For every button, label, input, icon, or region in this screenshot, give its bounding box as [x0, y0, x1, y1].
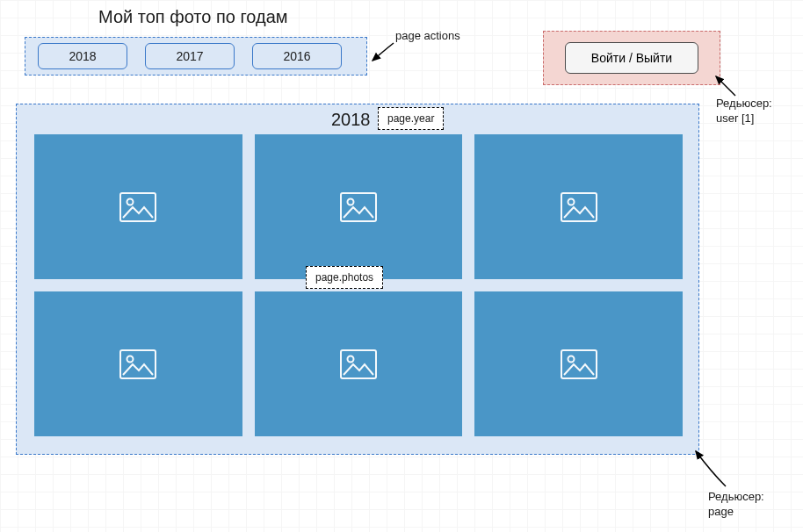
svg-rect-10 [561, 350, 597, 378]
svg-point-5 [568, 198, 574, 205]
svg-point-11 [568, 356, 574, 362]
svg-rect-0 [120, 193, 156, 221]
login-logout-button[interactable]: Войти / Выйти [565, 42, 698, 74]
svg-rect-6 [120, 350, 156, 378]
page-year-heading: 2018 [331, 110, 371, 130]
image-icon [119, 349, 156, 379]
arrow-page-actions [369, 41, 404, 68]
image-icon [561, 349, 597, 379]
image-icon [340, 192, 377, 222]
svg-point-7 [127, 356, 134, 362]
svg-point-9 [347, 356, 353, 362]
photo-placeholder [474, 291, 683, 436]
user-panel: Войти / Выйти [543, 31, 720, 85]
tag-page-year: page.year [378, 107, 444, 130]
image-icon [561, 192, 597, 222]
arrow-reducer-page [692, 448, 736, 492]
photo-placeholder [255, 134, 463, 279]
page-title: Мой топ фото по годам [98, 7, 288, 27]
image-icon [340, 349, 377, 379]
photo-placeholder [34, 291, 242, 436]
year-button-2017[interactable]: 2017 [145, 43, 235, 69]
annotation-reducer-user: Редьюсер: user [1] [716, 97, 772, 126]
svg-rect-8 [341, 350, 376, 378]
photo-placeholder [474, 134, 683, 279]
image-icon [119, 192, 156, 222]
photo-placeholder [34, 134, 242, 279]
svg-point-1 [127, 198, 134, 205]
annotation-reducer-page: Редьюсер: page [708, 490, 764, 520]
annotation-page-actions: page actions [395, 29, 460, 44]
page-actions-panel: 2018 2017 2016 [25, 37, 367, 75]
svg-rect-4 [561, 193, 597, 221]
svg-rect-2 [341, 193, 376, 221]
svg-point-3 [347, 198, 353, 205]
year-button-2016[interactable]: 2016 [252, 43, 342, 69]
year-button-2018[interactable]: 2018 [38, 43, 127, 69]
photo-placeholder [255, 291, 463, 436]
tag-page-photos: page.photos [306, 266, 383, 289]
